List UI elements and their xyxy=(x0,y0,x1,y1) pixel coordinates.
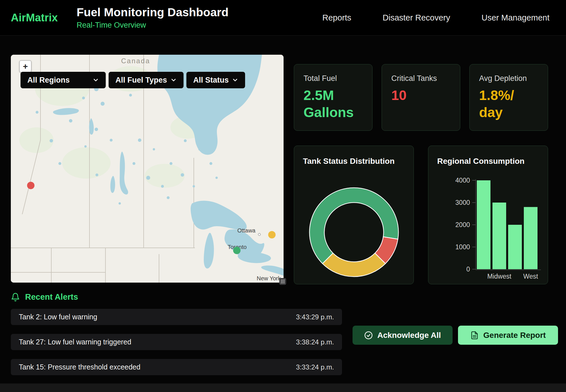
stat-label: Total Fuel xyxy=(304,74,363,83)
stat-card-critical-tanks: Critical Tanks 10 xyxy=(382,64,460,131)
y-tick-label: 1000 xyxy=(455,243,470,251)
bar-2 xyxy=(508,225,522,269)
y-tick-label: 2000 xyxy=(455,221,470,228)
tank-marker-normal[interactable] xyxy=(233,247,241,254)
bell-icon xyxy=(11,293,20,302)
map-canvas[interactable]: Canada Ottawa Toronto New York xyxy=(11,55,284,283)
brand-logo[interactable]: AirMatrix xyxy=(11,12,58,24)
map-town-dot xyxy=(258,233,260,236)
header: AirMatrix Fuel Monitoring Dashboard Real… xyxy=(0,0,566,36)
alert-list-item[interactable]: Tank 15: Pressure threshold exceeded 3:3… xyxy=(11,359,342,375)
map-label-canada: Canada xyxy=(121,57,150,65)
stat-value: 10 xyxy=(391,87,452,104)
map-label-ottawa: Ottawa xyxy=(237,227,256,234)
bar-3 xyxy=(524,207,538,269)
nav-reports[interactable]: Reports xyxy=(322,13,351,23)
tank-marker-warning[interactable] xyxy=(268,231,276,238)
alert-timestamp: 3:38:24 p.m. xyxy=(296,338,334,346)
recent-alerts-title: Recent Alerts xyxy=(25,292,78,302)
nav-disaster-recovery[interactable]: Disaster Recovery xyxy=(383,13,450,23)
regions-filter-dropdown[interactable]: All Regions xyxy=(21,72,106,88)
y-tick-label: 4000 xyxy=(455,177,470,184)
alert-message: Tank 27: Low fuel warning triggered xyxy=(19,338,131,346)
chevron-down-icon xyxy=(232,77,238,83)
map-filter-bar: All Regions All Fuel Types All Status xyxy=(21,72,245,88)
status-filter-dropdown[interactable]: All Status xyxy=(186,72,245,88)
page-title: Fuel Monitoring Dashboard xyxy=(77,6,229,19)
nav-user-management[interactable]: User Management xyxy=(481,13,549,23)
alert-timestamp: 3:33:24 p.m. xyxy=(296,363,334,371)
generate-report-button[interactable]: Generate Report xyxy=(458,326,558,345)
x-category-label: West xyxy=(523,273,538,280)
alert-message: Tank 15: Pressure threshold exceeded xyxy=(19,363,141,371)
chevron-down-icon xyxy=(93,77,99,83)
alert-message: Tank 2: Low fuel warning xyxy=(19,313,97,321)
tank-status-card: Tank Status Distribution xyxy=(294,146,414,284)
stat-value: 1.8%/ day xyxy=(479,87,540,121)
donut-segment-warning xyxy=(323,253,386,277)
bar-0 xyxy=(477,180,490,269)
tank-status-donut xyxy=(308,187,400,278)
stat-label: Critical Tanks xyxy=(391,74,451,83)
y-tick-label: 3000 xyxy=(455,199,470,206)
report-document-icon xyxy=(470,331,479,340)
fuel-map-panel[interactable]: Canada Ottawa Toronto New York + All Reg… xyxy=(11,55,284,283)
map-zoom-in-button[interactable]: + xyxy=(19,60,31,72)
regional-consumption-card: Regional Consumption 01000200030004000Mi… xyxy=(428,146,548,284)
acknowledge-all-button[interactable]: Acknowledge All xyxy=(353,326,453,345)
check-circle-icon xyxy=(364,331,373,340)
stat-value: 2.5M Gallons xyxy=(304,87,365,121)
y-tick-label: 0 xyxy=(466,266,470,273)
bottom-strip xyxy=(0,383,566,392)
page-subtitle: Real-Time Overview xyxy=(77,21,229,30)
bar-1 xyxy=(492,203,506,269)
recent-alerts-header: Recent Alerts xyxy=(11,292,78,302)
main-nav: Reports Disaster Recovery User Managemen… xyxy=(322,13,566,23)
tank-marker-critical[interactable] xyxy=(27,182,34,189)
alert-timestamp: 3:43:29 p.m. xyxy=(296,313,334,321)
map-label-new-york: New York xyxy=(257,275,281,281)
tank-status-title: Tank Status Distribution xyxy=(303,157,395,166)
fuel-type-filter-label: All Fuel Types xyxy=(115,76,167,85)
acknowledge-all-label: Acknowledge All xyxy=(377,331,441,340)
status-filter-label: All Status xyxy=(193,76,229,85)
alert-list-item[interactable]: Tank 27: Low fuel warning triggered 3:38… xyxy=(11,334,342,350)
regional-consumption-chart: 01000200030004000MidwestWest xyxy=(428,146,548,284)
alert-list-item[interactable]: Tank 2: Low fuel warning 3:43:29 p.m. xyxy=(11,309,342,325)
chevron-down-icon xyxy=(170,77,177,83)
stat-label: Avg Depletion xyxy=(479,74,538,83)
stat-card-avg-depletion: Avg Depletion 1.8%/ day xyxy=(469,64,548,131)
title-block: Fuel Monitoring Dashboard Real-Time Over… xyxy=(77,6,229,30)
generate-report-label: Generate Report xyxy=(483,331,546,340)
map-resize-handle[interactable] xyxy=(279,278,286,285)
stat-card-total-fuel: Total Fuel 2.5M Gallons xyxy=(294,64,372,131)
regions-filter-label: All Regions xyxy=(27,76,70,85)
fuel-type-filter-dropdown[interactable]: All Fuel Types xyxy=(109,72,184,88)
regional-consumption-title: Regional Consumption xyxy=(437,157,524,166)
x-category-label: Midwest xyxy=(487,273,512,280)
